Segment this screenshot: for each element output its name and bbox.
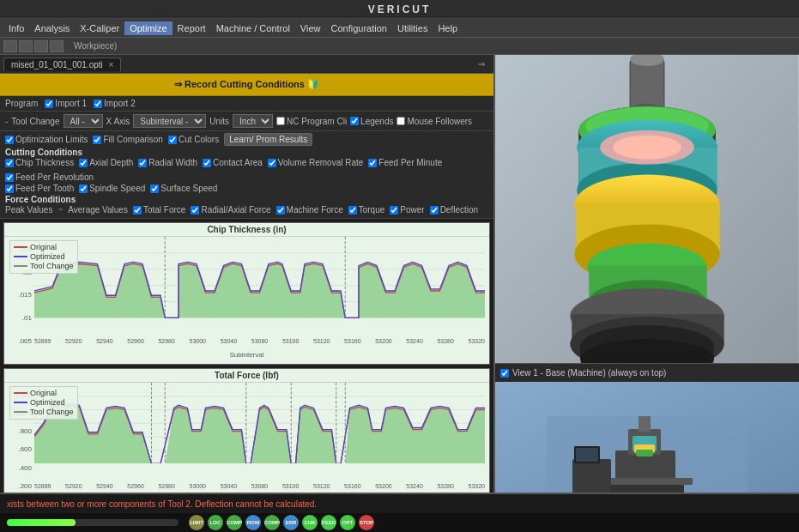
torque-checkbox[interactable]: Torque [348,205,385,215]
svg-rect-58 [576,448,598,462]
cut-colors-checkbox[interactable]: Cut Colors [168,135,219,144]
menu-view[interactable]: View [295,21,326,35]
menu-optimize[interactable]: Optimize [124,21,172,35]
volume-removal-checkbox[interactable]: Volume Removal Rate [268,158,364,167]
nc-program-row: Program Import 1 Import 2 [0,96,493,112]
3d-view-top [495,55,799,363]
icon-check[interactable]: CHK [302,515,318,530]
icon-comp[interactable]: COMP [227,515,242,530]
view-label-text: View 1 - Base (Machine) (always on top) [512,368,666,378]
chart1-title: Chip Thickness (in) [4,223,489,237]
feed-per-rev-checkbox[interactable]: Feed Per Revolution [5,172,94,182]
icon-row[interactable]: ROW [245,515,261,530]
y-label: .800 [6,427,32,435]
power-checkbox[interactable]: Power [390,205,424,215]
icon-feed[interactable]: FEED [321,515,336,530]
total-force-checkbox[interactable]: Total Force [133,205,185,215]
peak-values-label: Peak Values [5,205,52,215]
menu-machine-control[interactable]: Machine / Control [211,21,295,35]
spindle-speed-checkbox[interactable]: Spindle Speed [79,184,145,193]
title-bar: VERICUT [0,0,799,19]
learn-prom-btn[interactable]: Learn/ Prom Results [224,133,312,146]
deflection-checkbox[interactable]: Deflection [430,205,478,215]
average-values-label: Average Values [68,205,128,215]
icon-limit[interactable]: LIMIT [189,515,204,530]
axial-depth-checkbox[interactable]: Axial Depth [79,158,133,167]
icon-error[interactable]: ERR [283,515,299,530]
import1-checkbox[interactable]: Import 1 [45,99,87,108]
icon-stop[interactable]: STOP [359,515,374,530]
tool-change-label: Tool Change [11,117,59,126]
chart1-x-labels: 52889 52920 52940 52960 52980 53000 5304… [34,338,485,348]
chart1-legend: Original Optimized Tool Change [9,240,78,274]
main-tab[interactable]: mised_01_001_001.opti × [3,57,121,71]
menu-report[interactable]: Report [173,21,211,35]
force-conditions-title: Force Conditions [5,195,488,204]
feed-per-min-checkbox[interactable]: Feed Per Minute [368,158,442,167]
legend-optimized-color [14,256,27,257]
record-bar: ⇒ Record Cutting Conditions 🔰 [0,74,493,96]
y-label: .005 [6,337,32,345]
tab-bar: mised_01_001_001.opti × ⇒ [0,55,493,74]
contact-area-checkbox[interactable]: Contact Area [203,158,263,167]
view-label-bar: View 1 - Base (Machine) (always on top) [495,363,799,382]
menu-info[interactable]: Info [3,21,29,35]
svg-rect-20 [630,59,664,111]
legend2-optimized: Optimized [14,398,74,407]
chart2-title: Total Force (lbf) [4,369,489,383]
mouse-followers-checkbox[interactable]: Mouse Followers [396,117,472,126]
icon-opt[interactable]: OPT [340,515,355,530]
chart1-x-title: Subinterval [4,351,489,359]
record-label: ⇒ Record Cutting Conditions 🔰 [174,79,319,90]
subinterval-dropdown[interactable]: Subinterval - [133,114,206,128]
chip-thickness-chart: Chip Thickness (in) Original Optimized [3,222,490,365]
legend2-original: Original [14,389,74,397]
radial-width-checkbox[interactable]: Radial Width [138,158,197,167]
menu-xcaliper[interactable]: X-Caliper [75,21,124,35]
opt-limits-checkbox[interactable]: Optimization Limits [5,135,88,144]
tab-close-btn[interactable]: × [109,60,114,70]
units-dropdown[interactable]: Inch [233,114,273,128]
fill-comparison-checkbox[interactable]: Fill Comparison [93,135,162,144]
toolbar: Workpiece) [0,38,799,55]
legend-tool-change-color [14,265,27,267]
svg-point-32 [613,136,681,160]
legend2-optimized-color [14,402,27,403]
chart2-inner: Original Optimized Tool Change 1 [4,383,489,506]
menu-utilities[interactable]: Utilities [392,21,433,35]
y-label: .400 [6,464,32,472]
program-label: Program [5,99,38,108]
machine-force-checkbox[interactable]: Machine Force [276,205,343,215]
legend2-original-color [14,392,27,394]
legends-checkbox[interactable]: Legends [350,117,393,126]
cutting-conditions-title: Cutting Conditions [5,148,488,157]
options-area: Optimization Limits Fill Comparison Cut … [0,131,493,219]
progress-bar-fill [7,519,76,526]
import2-checkbox[interactable]: Import 2 [94,99,136,108]
machine-3d-render [495,55,799,363]
menu-configuration[interactable]: Configuration [326,21,392,35]
charts-container: Chip Thickness (in) Original Optimized [0,219,493,513]
x-axis-label: X Axis [106,117,130,126]
chart2-svg [34,383,485,464]
total-force-chart: Total Force (lbf) Original Optimized [3,368,490,511]
surface-speed-checkbox[interactable]: Surface Speed [150,184,217,193]
legend-original-color [14,246,27,248]
nc-program-checkbox[interactable]: NC Program Cli [276,117,347,126]
status-bar: xists between two or more components of … [0,493,799,513]
progress-bar-container [7,519,179,526]
radial-axial-checkbox[interactable]: Radial/Axial Force [191,205,270,215]
right-panel: View 1 - Base (Machine) (always on top) [495,55,799,532]
icon-comp2[interactable]: COMP [264,515,280,530]
panel-pin[interactable]: ⇒ [473,57,490,70]
menu-help[interactable]: Help [433,21,463,35]
svg-rect-54 [636,450,653,456]
menu-analysis[interactable]: Analysis [29,21,75,35]
view-checkbox[interactable] [500,369,509,378]
chip-thickness-checkbox[interactable]: Chip Thickness [5,158,74,167]
legend2-tool-change: Tool Change [14,408,74,416]
feed-per-tooth-checkbox[interactable]: Feed Per Tooth [5,184,74,193]
all-dropdown[interactable]: All - [64,114,103,128]
legend2-tool-change-color [14,411,27,413]
icon-local[interactable]: LOC [208,515,223,530]
